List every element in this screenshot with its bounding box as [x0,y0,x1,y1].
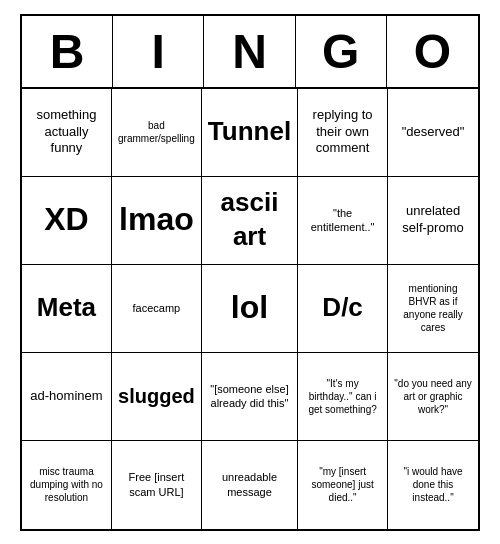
cell-text-0: something actually funny [28,107,105,158]
bingo-cell-14: mentioning BHVR as if anyone really care… [388,265,478,353]
cell-text-22: unreadable message [208,470,291,499]
bingo-cell-3: replying to their own comment [298,89,388,177]
cell-text-2: Tunnel [208,115,291,149]
cell-text-20: misc trauma dumping with no resolution [28,465,105,504]
bingo-cell-18: "It's my birthday.." can i get something… [298,353,388,441]
bingo-letter-o: O [387,16,478,87]
cell-text-13: D/c [322,291,362,325]
cell-text-9: unrelated self-promo [394,203,472,237]
cell-text-5: XD [44,199,88,241]
cell-text-10: Meta [37,291,96,325]
cell-text-24: "i would have done this instead.." [394,465,472,504]
cell-text-1: bad grammer/spelling [118,119,195,145]
bingo-letter-i: I [113,16,204,87]
cell-text-17: "[someone else] already did this" [208,382,291,411]
cell-text-4: "deserved" [402,124,465,141]
cell-text-14: mentioning BHVR as if anyone really care… [394,282,472,334]
bingo-cell-15: ad-hominem [22,353,112,441]
bingo-cell-7: ascii art [202,177,298,265]
cell-text-6: lmao [119,199,194,241]
bingo-cell-4: "deserved" [388,89,478,177]
bingo-letter-n: N [204,16,295,87]
cell-text-12: lol [231,287,268,329]
cell-text-19: "do you need any art or graphic work?" [394,377,472,416]
bingo-cell-23: "my [insert someone] just died.." [298,441,388,529]
bingo-cell-24: "i would have done this instead.." [388,441,478,529]
bingo-cell-16: slugged [112,353,202,441]
bingo-cell-10: Meta [22,265,112,353]
cell-text-11: facecamp [133,301,181,315]
bingo-cell-20: misc trauma dumping with no resolution [22,441,112,529]
bingo-cell-0: something actually funny [22,89,112,177]
bingo-cell-1: bad grammer/spelling [112,89,202,177]
bingo-cell-19: "do you need any art or graphic work?" [388,353,478,441]
cell-text-7: ascii art [208,186,291,254]
bingo-grid: something actually funnybad grammer/spel… [22,89,478,529]
cell-text-21: Free [insert scam URL] [118,470,195,499]
bingo-cell-2: Tunnel [202,89,298,177]
cell-text-23: "my [insert someone] just died.." [304,465,381,504]
cell-text-16: slugged [118,383,195,409]
bingo-cell-21: Free [insert scam URL] [112,441,202,529]
cell-text-8: "the entitlement.." [304,206,381,235]
bingo-cell-11: facecamp [112,265,202,353]
bingo-header: BINGO [22,16,478,89]
bingo-cell-5: XD [22,177,112,265]
bingo-cell-9: unrelated self-promo [388,177,478,265]
cell-text-18: "It's my birthday.." can i get something… [304,377,381,416]
bingo-letter-g: G [296,16,387,87]
cell-text-15: ad-hominem [30,388,102,405]
bingo-cell-13: D/c [298,265,388,353]
bingo-cell-8: "the entitlement.." [298,177,388,265]
bingo-card: BINGO something actually funnybad gramme… [20,14,480,531]
bingo-cell-12: lol [202,265,298,353]
bingo-cell-6: lmao [112,177,202,265]
bingo-cell-17: "[someone else] already did this" [202,353,298,441]
bingo-letter-b: B [22,16,113,87]
cell-text-3: replying to their own comment [304,107,381,158]
bingo-cell-22: unreadable message [202,441,298,529]
